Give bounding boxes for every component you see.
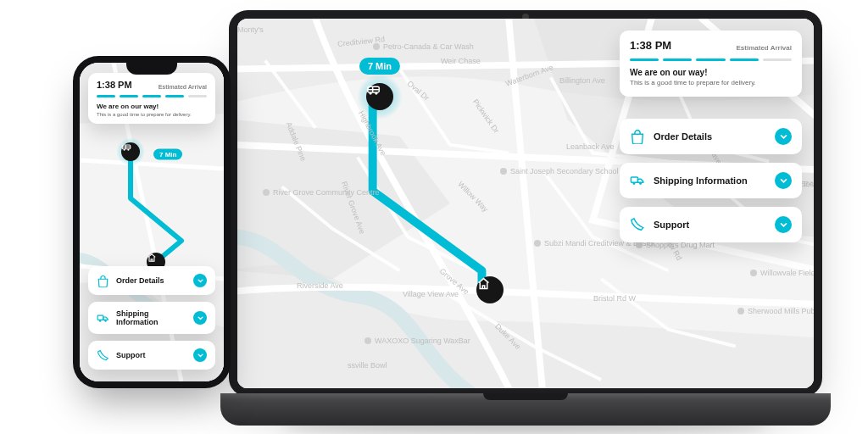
status-card: 1:38 PM Estimated Arrival We are on our … [88,73,215,124]
truck-icon [630,173,645,188]
support-button[interactable]: Support [88,341,215,370]
chevron-down-icon [193,311,207,325]
shipping-information-button[interactable]: Shipping Information [88,302,215,334]
eta-badge: 7 Min [153,149,182,160]
status-subline: This is a good time to prepare for deliv… [630,79,792,86]
status-card: 1:38 PM Estimated Arrival We are on our … [620,31,802,97]
eta-badge: 7 Min [359,58,400,75]
laptop-trackpad-notch [483,393,568,400]
bag-icon [97,275,109,287]
shipping-information-button[interactable]: Shipping Information [620,163,802,198]
action-label: Shipping Information [116,309,186,326]
phone-icon [97,349,109,362]
action-label: Support [654,220,766,230]
order-details-button[interactable]: Order Details [88,266,215,295]
laptop-screen: Creditview Rd Bristol Rd W River Grove A… [237,19,814,388]
progress-bar [97,95,207,97]
phone-device: 7 Min 1:38 PM Estimated Arrival [73,56,231,388]
status-eta-label: Estimated Arrival [159,84,207,90]
phone-notch [126,63,177,75]
truck-icon [121,142,131,153]
status-subline: This is a good time to prepare for deliv… [97,112,207,117]
truck-icon [97,312,109,325]
action-label: Support [116,351,186,359]
driver-pin[interactable] [366,83,393,110]
home-icon [476,276,491,291]
status-time: 1:38 PM [630,39,671,52]
home-icon [147,253,157,263]
driver-pin[interactable] [121,142,140,161]
actions-list: Order Details Shipping Information Suppo… [620,119,802,242]
phone-icon [630,217,645,232]
destination-pin[interactable] [476,276,504,303]
chevron-down-icon [775,128,792,145]
action-label: Order Details [654,131,766,142]
support-button[interactable]: Support [620,207,802,242]
actions-list: Order Details Shipping Information Suppo… [88,266,215,370]
action-label: Shipping Information [654,175,766,186]
action-label: Order Details [116,276,186,285]
phone-screen: 7 Min 1:38 PM Estimated Arrival [80,63,224,381]
progress-bar [630,58,792,61]
status-time: 1:38 PM [97,80,132,90]
chevron-down-icon [775,172,792,189]
chevron-down-icon [193,348,207,362]
chevron-down-icon [193,274,207,287]
truck-icon [366,83,381,97]
status-headline: We are on our way! [97,103,207,110]
laptop-bezel: Creditview Rd Bristol Rd W River Grove A… [229,10,822,397]
chevron-down-icon [775,216,792,233]
status-eta-label: Estimated Arrival [736,44,792,52]
bag-icon [630,129,645,144]
status-headline: We are on our way! [630,68,792,77]
order-details-button[interactable]: Order Details [620,119,802,154]
laptop-device: Creditview Rd Bristol Rd W River Grove A… [220,10,831,426]
